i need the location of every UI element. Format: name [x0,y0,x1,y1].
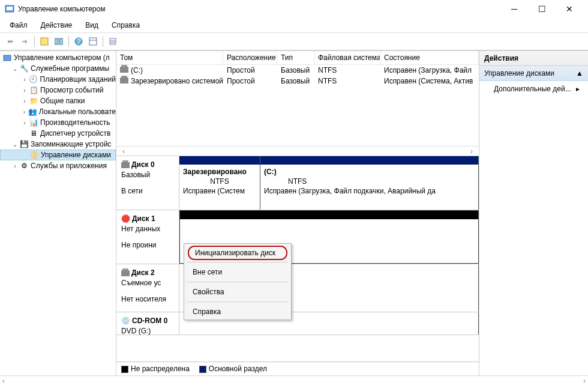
forward-button: ➔ [18,35,31,48]
col-filesystem[interactable]: Файловая система [314,51,380,64]
toolbar-btn-5[interactable] [106,35,119,48]
disk-row-0[interactable]: Диск 0 Базовый В сети Зарезервировано NT… [116,156,479,210]
tree-storage[interactable]: ⌄💾Запоминающие устройс [0,139,116,150]
disk-map: Диск 0 Базовый В сети Зарезервировано NT… [116,156,479,362]
disk-icon [121,162,130,168]
col-layout[interactable]: Расположение [223,51,277,64]
disk-icon: 🛑 [121,214,130,224]
actions-header: Действия [479,51,588,66]
menu-help[interactable]: Справка [184,304,291,320]
toolbar: ⬅ ➔ ? [0,33,588,50]
close-button[interactable]: ✕ [556,0,583,18]
navigation-tree[interactable]: Управление компьютером (л ⌄🔧Служебные пр… [0,51,116,375]
svg-rect-9 [110,38,116,44]
legend-swatch-primary [199,366,206,373]
svg-text:?: ? [77,37,81,46]
col-status[interactable]: Состояние [380,51,479,64]
volume-icon [120,67,128,73]
disk-row-cd[interactable]: 💿CD-ROM 0 DVD (G:) [116,312,479,335]
menu-offline[interactable]: Вне сети [184,264,291,280]
minimize-button[interactable]: ─ [500,0,528,18]
partition-c[interactable]: (C:) NTFS Исправен (Загрузка, Файл подка… [260,156,479,210]
center-pane: Том Расположение Тип Файловая система Со… [116,51,479,375]
horizontal-scrollbar[interactable]: ‹ › [116,146,479,156]
legend: Не распределена Основной раздел [116,362,479,375]
tree-performance[interactable]: ›📊Производительность [0,117,116,128]
cdrom-label[interactable]: 💿CD-ROM 0 DVD (G:) [116,312,179,335]
toolbar-btn-1[interactable] [38,35,51,48]
legend-swatch-unallocated [121,366,128,373]
scroll-left-icon[interactable]: ‹ [119,147,128,156]
actions-more[interactable]: Дополнительные дей... ▸ [479,81,588,97]
menubar: Файл Действие Вид Справка [0,18,588,33]
toolbar-btn-2[interactable] [52,35,65,48]
volume-icon [120,77,128,83]
collapse-icon[interactable]: ▲ [576,69,583,77]
scroll-right-icon[interactable]: › [583,377,586,385]
volume-row[interactable]: Зарезервировано системой Простой Базовый… [116,76,479,86]
context-menu: Инициализировать диск Вне сети Свойства … [184,243,292,320]
svg-rect-4 [59,38,63,44]
disk2-label[interactable]: Диск 2 Съемное ус Нет носителя [116,264,179,312]
tree-device-manager[interactable]: 🖥Диспетчер устройств [0,128,116,139]
tree-shared-folders[interactable]: ›📁Общие папки [0,95,116,106]
back-button: ⬅ [4,35,17,48]
scroll-left-icon[interactable]: ‹ [2,377,5,385]
bottom-scrollbar[interactable]: ‹ › [0,375,588,385]
svg-rect-1 [7,7,13,10]
tree-task-scheduler[interactable]: ›🕘Планировщик заданий [0,74,116,85]
svg-rect-7 [89,38,97,45]
menu-initialize-disk[interactable]: Инициализировать диск [188,246,287,260]
cdrom-icon: 💿 [121,316,130,326]
tree-system-tools[interactable]: ⌄🔧Служебные программы [0,63,116,74]
menu-view[interactable]: Вид [79,19,104,31]
maximize-button[interactable]: ☐ [528,0,556,18]
toolbar-btn-4[interactable] [86,35,100,48]
menu-file[interactable]: Файл [4,19,34,31]
partition-reserved[interactable]: Зарезервировано NTFS Исправен (Систем [179,156,260,210]
actions-disk-management[interactable]: Управление дисками ▲ [479,66,588,81]
scroll-right-icon[interactable]: › [467,147,476,156]
app-icon [5,4,14,14]
tree-local-users[interactable]: ›👥Локальные пользовате [0,106,116,117]
volume-row[interactable]: (C:) Простой Базовый NTFS Исправен (Загр… [116,65,479,76]
tree-services[interactable]: ›⚙Службы и приложения [0,160,116,171]
titlebar: Управление компьютером ─ ☐ ✕ [0,0,588,18]
tree-disk-management[interactable]: 📀Управление дисками [0,150,116,160]
disk-row-2[interactable]: Диск 2 Съемное ус Нет носителя [116,264,479,312]
window-title: Управление компьютером [18,5,500,13]
disk1-label[interactable]: 🛑Диск 1 Нет данных Не проини [116,210,179,264]
menu-help[interactable]: Справка [106,19,146,31]
svg-rect-3 [55,38,58,44]
help-button[interactable]: ? [72,35,85,48]
menu-action[interactable]: Действие [35,19,79,31]
col-type[interactable]: Тип [277,51,314,64]
menu-properties[interactable]: Свойства [184,284,291,300]
disk-icon [121,270,130,276]
disk0-label[interactable]: Диск 0 Базовый В сети [116,156,179,210]
actions-pane: Действия Управление дисками ▲ Дополнител… [479,51,588,375]
svg-rect-2 [41,38,48,45]
tree-event-viewer[interactable]: ›📋Просмотр событий [0,85,116,95]
col-volume[interactable]: Том [116,51,223,64]
tree-root[interactable]: Управление компьютером (л [0,52,116,63]
svg-rect-12 [4,55,11,61]
volume-list-header[interactable]: Том Расположение Тип Файловая система Со… [116,51,479,65]
volume-list[interactable]: Том Расположение Тип Файловая система Со… [116,51,479,156]
submenu-arrow-icon: ▸ [576,85,580,93]
disk-row-1[interactable]: 🛑Диск 1 Нет данных Не проини [116,210,479,264]
